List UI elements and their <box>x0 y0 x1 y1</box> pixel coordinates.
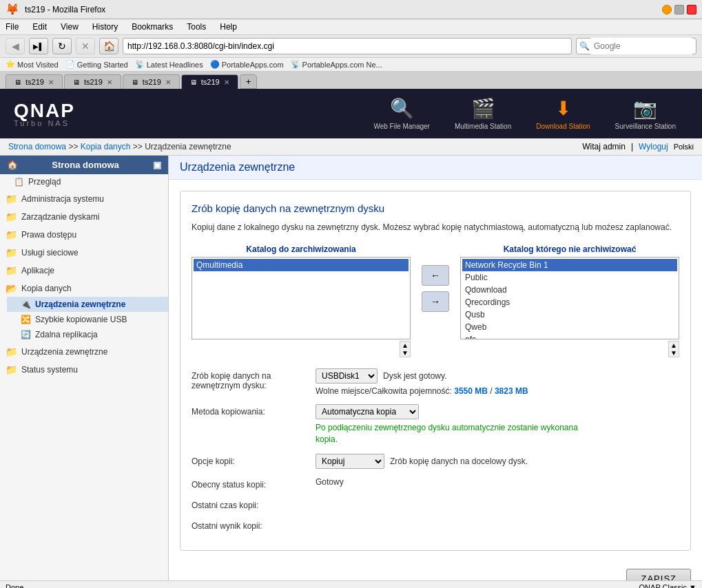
back-button[interactable]: ◀ <box>6 38 25 54</box>
usb-copy-icon: 🔀 <box>21 315 31 324</box>
search-engine-icon: 🔍 <box>579 41 590 51</box>
sidebar-item-remote-rep[interactable]: 🔄 Zdalna replikacja <box>7 327 168 342</box>
nav-surveillance-station[interactable]: 📷 Surveillance Station <box>603 92 688 136</box>
sidebar-item-access[interactable]: 📁 Prawa dostępu <box>0 227 168 243</box>
reload-button[interactable]: ↻ <box>52 38 72 54</box>
sidebar-group-network: 📁 Usługi sieciowe <box>0 244 168 261</box>
language-selector[interactable]: Polski <box>674 143 694 151</box>
section-box: Zrób kopię danych na zewnętrznym dysku K… <box>180 191 691 551</box>
sidebar-item-backup[interactable]: 📂 Kopia danych <box>0 280 168 297</box>
sidebar-group-external: 📁 Urządzenia zewnętrzne <box>0 344 168 360</box>
menu-help[interactable]: Help <box>217 21 240 33</box>
dest-item-0[interactable]: Network Recycle Bin 1 <box>462 259 677 271</box>
move-left-button[interactable]: ← <box>422 265 449 286</box>
sidebar-item-usb-copy[interactable]: 🔀 Szybkie kopiowanie USB <box>7 312 168 327</box>
sidebar-group-backup: 📂 Kopia danych 🔌 Urządzenia zewnętrzne 🔀… <box>0 280 168 342</box>
copy-options-row: Opcje kopii: Kopiuj Zrób kopię danych na… <box>192 454 679 469</box>
save-btn-row: ZAPISZ <box>169 562 702 580</box>
menu-history[interactable]: History <box>90 21 121 33</box>
nav-download-station[interactable]: ⬇ Download Station <box>524 92 602 136</box>
firefox-icon: 🦊 <box>6 3 19 16</box>
bookmark-portableapps[interactable]: 🔵 PortableApps.com <box>210 60 284 69</box>
method-select[interactable]: Automatyczna kopia <box>316 404 419 419</box>
catalog-source-label: Katalog do zarchiwizowania <box>192 244 411 254</box>
tabs-bar: 🖥 ts219 ✕ 🖥 ts219 ✕ 🖥 ts219 ✕ 🖥 ts219 ✕ … <box>0 72 702 89</box>
bookmark-most-visited[interactable]: ⭐ Most Visited <box>6 60 59 69</box>
dest-item-6[interactable]: nfs <box>462 333 677 339</box>
stop-button[interactable]: ✕ <box>76 38 95 54</box>
menu-file[interactable]: File <box>3 21 21 33</box>
breadcrumb-kopia[interactable]: Kopia danych <box>81 142 131 151</box>
dest-item-5[interactable]: Qweb <box>462 321 677 333</box>
bookmark-headlines[interactable]: 📡 Latest Headlines <box>135 60 203 69</box>
tab-close-2[interactable]: ✕ <box>165 78 171 86</box>
bookmark-icon: ⭐ <box>6 60 15 69</box>
logout-link[interactable]: Wyloguj <box>639 142 668 151</box>
tab-close-3[interactable]: ✕ <box>224 78 229 86</box>
dest-scrollbar[interactable]: ▲▼ <box>668 341 679 357</box>
bookmark-getting-started[interactable]: 📄 Getting Started <box>65 60 128 69</box>
sidebar-item-external-devices[interactable]: 🔌 Urządzenia zewnętrzne <box>7 297 168 312</box>
home-button[interactable]: 🏠 <box>99 38 118 54</box>
new-tab-button[interactable]: + <box>240 74 258 89</box>
nav-web-file-manager[interactable]: 🔍 Web File Manager <box>361 92 442 136</box>
breadcrumb-home[interactable]: Strona domowa <box>8 142 66 151</box>
sidebar-item-network[interactable]: 📁 Usługi sieciowe <box>0 244 168 261</box>
sidebar-group-disks: 📁 Zarządzanie dyskami <box>0 209 168 225</box>
tab-close-1[interactable]: ✕ <box>107 78 112 86</box>
menu-edit[interactable]: Edit <box>30 21 50 33</box>
sidebar-item-admin[interactable]: 📁 Administracja systemu <box>0 191 168 207</box>
nav-multimedia-station[interactable]: 🎬 Multimedia Station <box>442 92 524 136</box>
minimize-btn[interactable] <box>662 5 672 14</box>
sidebar-item-disks[interactable]: 📁 Zarządzanie dyskami <box>0 209 168 225</box>
menu-tools[interactable]: Tools <box>184 21 209 33</box>
dest-item-1[interactable]: Public <box>462 271 677 284</box>
move-right-button[interactable]: → <box>422 291 449 312</box>
restore-btn[interactable] <box>674 5 684 14</box>
url-input[interactable] <box>123 38 572 54</box>
menu-view[interactable]: View <box>58 21 81 33</box>
tab-0[interactable]: 🖥 ts219 ✕ <box>6 74 63 89</box>
dest-item-3[interactable]: Qrecordings <box>462 296 677 308</box>
rss-icon: 📡 <box>135 60 145 69</box>
disk-select[interactable]: USBDisk1 <box>316 368 378 384</box>
tab-1[interactable]: 🖥 ts219 ✕ <box>64 74 121 89</box>
sidebar-item-external[interactable]: 📁 Urządzenia zewnętrzne <box>0 344 168 360</box>
overview-icon: 📋 <box>14 177 24 187</box>
disk-capacity: Wolne miejsce/Całkowita pojemność: 3550 … <box>316 386 528 396</box>
sidebar-item-overview[interactable]: 📋 Przegląd <box>0 174 168 189</box>
catalog-source-list[interactable]: Qmultimedia <box>192 257 411 339</box>
qnap-logo: QNAP Turbo NAS <box>14 100 75 127</box>
dest-item-4[interactable]: Qusb <box>462 308 677 321</box>
tab-favicon-0: 🖥 <box>14 78 21 86</box>
search-input[interactable] <box>590 38 693 54</box>
copy-select[interactable]: Kopiuj <box>316 454 384 469</box>
save-button[interactable]: ZAPISZ <box>626 569 691 580</box>
method-row: Metoda kopiowania: Automatyczna kopia Po… <box>192 404 679 445</box>
catalog-dest-label: Katalog którego nie archiwizować <box>460 244 679 254</box>
catalog-dest-list[interactable]: Network Recycle Bin 1 Public Qdownload Q… <box>460 257 679 339</box>
section-desc: Kopiuj dane z lokalnego dysku na zewnętr… <box>192 221 679 233</box>
source-item-0[interactable]: Qmultimedia <box>194 259 409 271</box>
tab-2[interactable]: 🖥 ts219 ✕ <box>123 74 180 89</box>
sidebar-item-apps[interactable]: 📁 Aplikacje <box>0 262 168 279</box>
sidebar-item-status[interactable]: 📁 Status systemu <box>0 361 168 378</box>
status-right[interactable]: QNAP Classic ▼ <box>639 583 696 588</box>
multimedia-icon: 🎬 <box>471 97 495 120</box>
tab-3[interactable]: 🖥 ts219 ✕ <box>181 74 238 89</box>
forward-button[interactable]: ▶▌ <box>29 38 48 54</box>
status-label: Obecny status kopii: <box>192 477 316 490</box>
sidebar-collapse-icon[interactable]: ▣ <box>153 160 161 170</box>
close-btn[interactable] <box>687 5 696 14</box>
menu-bookmarks[interactable]: Bookmarks <box>129 21 176 33</box>
dest-item-2[interactable]: Qdownload <box>462 284 677 296</box>
browser-titlebar: 🦊 ts219 - Mozilla Firefox <box>0 0 702 19</box>
bookmark-portableapps-ne[interactable]: 📡 PortableApps.com Ne... <box>291 60 382 69</box>
tab-close-0[interactable]: ✕ <box>48 78 54 86</box>
tab-favicon-3: 🖥 <box>190 78 197 86</box>
status-left: Done <box>6 583 23 588</box>
pa-icon: 🔵 <box>210 60 220 69</box>
bookmarks-bar: ⭐ Most Visited 📄 Getting Started 📡 Lates… <box>0 58 702 72</box>
user-actions: Witaj admin | Wyloguj Polski <box>582 142 694 151</box>
source-scrollbar[interactable]: ▲▼ <box>400 341 411 357</box>
